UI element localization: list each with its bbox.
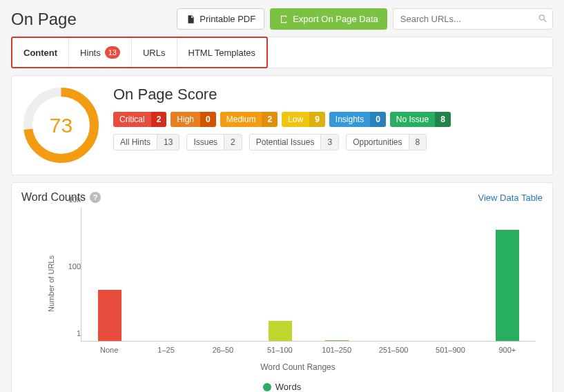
- search-icon[interactable]: [538, 13, 547, 25]
- pill-insights[interactable]: Insights0: [329, 112, 386, 127]
- x-tick: 900+: [479, 342, 536, 360]
- export-label: Export On Page Data: [293, 14, 378, 24]
- x-tick: 251–500: [365, 342, 422, 360]
- chip[interactable]: Opportunities8: [346, 134, 427, 150]
- tab-html-templates[interactable]: HTML Templates: [177, 38, 267, 67]
- x-axis-label: Word Count Ranges: [53, 362, 543, 372]
- printable-pdf-label: Printable PDF: [200, 14, 255, 24]
- pill-low[interactable]: Low9: [282, 112, 325, 127]
- printable-pdf-button[interactable]: Printable PDF: [177, 8, 264, 30]
- bar[interactable]: [496, 230, 519, 341]
- score-value: 73: [21, 86, 101, 165]
- pill-high[interactable]: High0: [171, 112, 215, 127]
- search-wrap: [393, 8, 553, 30]
- tab-hints-label: Hints: [80, 48, 101, 58]
- export-button[interactable]: Export On Page Data: [270, 8, 387, 30]
- pill-critical[interactable]: Critical2: [113, 112, 166, 127]
- tab-content[interactable]: Content: [12, 38, 69, 67]
- bar[interactable]: [98, 290, 121, 342]
- y-tick: 1: [53, 329, 81, 337]
- legend-label: Words: [275, 382, 301, 392]
- word-counts-card: Word Counts ? View Data Table Number of …: [11, 182, 553, 392]
- bar[interactable]: [269, 321, 292, 341]
- chip[interactable]: Potential Issues3: [249, 134, 339, 150]
- score-title: On Page Score: [113, 86, 543, 104]
- bar[interactable]: [325, 340, 349, 341]
- severity-pill-row: Critical2High0Medium2Low9Insights0No Iss…: [113, 112, 543, 127]
- y-tick: 10k: [53, 195, 81, 204]
- y-tick: 100: [53, 262, 81, 271]
- hints-count-badge: 13: [105, 46, 120, 59]
- help-icon[interactable]: ?: [90, 192, 101, 203]
- tab-urls[interactable]: URLs: [132, 38, 177, 67]
- pill-medium[interactable]: Medium2: [220, 112, 278, 127]
- export-icon: [279, 14, 289, 24]
- score-donut: 73: [21, 86, 101, 165]
- plot-area: [81, 208, 536, 342]
- x-tick: 26–50: [195, 342, 251, 360]
- score-card: 73 On Page Score Critical2High0Medium2Lo…: [11, 75, 553, 175]
- pill-noissue[interactable]: No Issue8: [390, 112, 451, 127]
- search-input[interactable]: [393, 8, 553, 30]
- x-tick: 501–900: [422, 342, 478, 360]
- y-axis: 110010k: [53, 208, 81, 342]
- tab-hints[interactable]: Hints 13: [69, 38, 132, 67]
- filter-chip-row: All Hints13Issues2Potential Issues3Oppor…: [113, 134, 543, 150]
- x-tick: None: [81, 342, 137, 360]
- tabs-highlighted: Content Hints 13 URLs HTML Templates: [11, 37, 268, 68]
- svg-line-1: [544, 19, 547, 22]
- x-axis: None1–2526–5051–100101–250251–500501–900…: [81, 342, 536, 360]
- x-tick: 51–100: [251, 342, 308, 360]
- page-title: On Page: [11, 10, 171, 29]
- chip[interactable]: Issues2: [186, 134, 242, 150]
- x-tick: 1–25: [137, 342, 194, 360]
- word-counts-chart: Number of URLs 110010k None1–2526–5051–1…: [53, 208, 536, 360]
- x-tick: 101–250: [309, 342, 365, 360]
- chip[interactable]: All Hints13: [113, 134, 179, 150]
- bars: [81, 208, 536, 341]
- legend-dot: [263, 383, 271, 391]
- view-data-table-link[interactable]: View Data Table: [478, 193, 543, 203]
- svg-point-0: [539, 14, 544, 19]
- chart-legend: Words: [21, 382, 543, 392]
- file-icon: [186, 14, 195, 24]
- tab-row: Content Hints 13 URLs HTML Templates: [11, 37, 553, 68]
